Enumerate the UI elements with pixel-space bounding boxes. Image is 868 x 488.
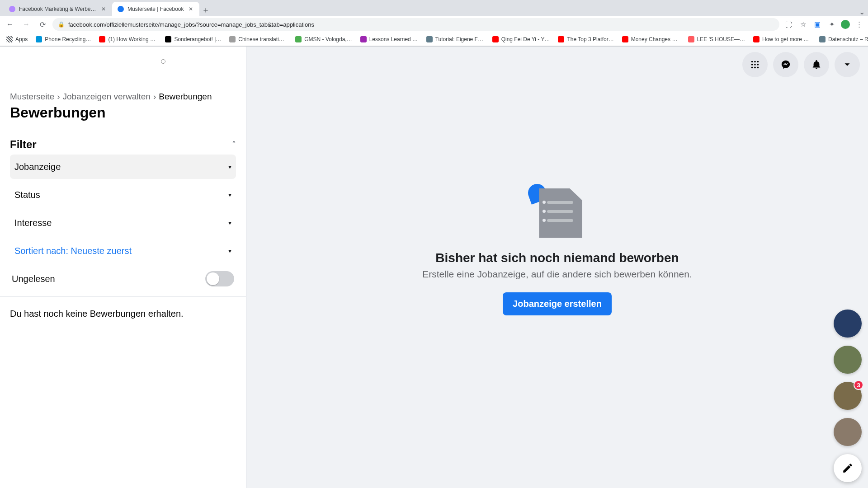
tab-title: Musterseite | Facebook <box>127 6 184 12</box>
bookmark-item[interactable]: GMSN - Vologda,… <box>292 35 354 43</box>
breadcrumb-sep: › <box>57 92 60 102</box>
browser-tab[interactable]: Musterseite | Facebook ✕ <box>112 2 199 16</box>
reload-button[interactable]: ⟳ <box>36 18 49 31</box>
sidebar: Musterseite › Jobanzeigen verwalten › Be… <box>0 47 246 488</box>
bookmark-item[interactable]: Lessons Learned f… <box>358 35 421 43</box>
messenger-icon <box>781 60 791 70</box>
url-text: facebook.com/offiziellemusterseite/manag… <box>68 21 314 28</box>
cursor-icon <box>161 59 165 64</box>
bookmark-item[interactable]: Sonderangebot! |… <box>162 35 224 43</box>
contact-bubble[interactable] <box>834 418 862 446</box>
filter-toggle[interactable]: Filter ˄ <box>10 138 236 151</box>
bookmark-item[interactable]: How to get more v… <box>750 35 814 43</box>
ungelesen-toggle[interactable] <box>205 271 234 286</box>
lock-icon: 🔒 <box>58 21 65 28</box>
breadcrumb: Musterseite › Jobanzeigen verwalten › Be… <box>10 92 236 102</box>
caret-down-icon: ▾ <box>228 163 231 170</box>
breadcrumb-item: Bewerbungen <box>159 92 212 102</box>
svg-point-1 <box>754 61 756 63</box>
menu-button[interactable] <box>742 52 768 77</box>
browser-tab[interactable]: Facebook Marketing & Werbea… ✕ <box>4 2 112 16</box>
svg-point-4 <box>754 64 756 66</box>
breadcrumb-item[interactable]: Musterseite <box>10 92 54 102</box>
profile-avatar[interactable] <box>841 20 850 29</box>
bookmark-item[interactable]: Tutorial: Eigene Fa… <box>424 35 487 43</box>
breadcrumb-sep: › <box>153 92 156 102</box>
chevron-up-icon: ˄ <box>232 140 236 150</box>
messenger-button[interactable] <box>773 52 798 77</box>
filter-sort[interactable]: Sortiert nach: Neueste zuerst ▾ <box>10 239 236 263</box>
caret-down-icon: ▾ <box>228 191 231 198</box>
tab-favicon <box>9 6 15 12</box>
document-icon <box>539 188 582 238</box>
back-button[interactable]: ← <box>4 18 16 31</box>
notifications-button[interactable] <box>804 52 829 77</box>
empty-subtitle: Erstelle eine Jobanzeige, auf die andere… <box>422 269 692 280</box>
bookmark-item[interactable]: (1) How Working a… <box>96 35 160 43</box>
contact-bubble[interactable] <box>834 346 862 374</box>
page-title: Bewerbungen <box>10 104 236 121</box>
svg-point-8 <box>757 67 759 69</box>
filter-status[interactable]: Status ▾ <box>10 183 236 207</box>
account-button[interactable] <box>835 52 860 77</box>
svg-point-2 <box>757 61 759 63</box>
svg-point-5 <box>757 64 759 66</box>
svg-point-3 <box>751 64 753 66</box>
contacts-rail: 3 <box>834 310 862 482</box>
caret-down-icon: ▾ <box>228 247 231 254</box>
tab-title: Facebook Marketing & Werbea… <box>19 6 97 12</box>
bookmark-item[interactable]: Phone Recycling… <box>33 35 94 43</box>
filter-label: Filter <box>10 138 37 151</box>
bookmark-item[interactable]: Datenschutz – Re… <box>816 35 868 43</box>
sidebar-empty-message: Du hast noch keine Bewerbungen erhalten. <box>10 309 236 319</box>
svg-point-7 <box>754 67 756 69</box>
grid-icon <box>750 60 760 70</box>
apps-icon <box>6 36 13 42</box>
bookmark-item[interactable]: Chinese translation… <box>226 35 290 43</box>
filter-interesse[interactable]: Interesse ▾ <box>10 211 236 235</box>
compose-icon <box>842 462 854 474</box>
close-icon[interactable]: ✕ <box>188 6 194 12</box>
bookmarks-bar: Apps Phone Recycling… (1) How Working a…… <box>0 33 868 46</box>
browser-chrome: Facebook Marketing & Werbea… ✕ Mustersei… <box>0 0 868 47</box>
create-job-button[interactable]: Jobanzeige erstellen <box>503 292 612 315</box>
caret-down-icon: ▾ <box>228 219 231 226</box>
svg-point-0 <box>751 61 753 63</box>
forward-button[interactable]: → <box>20 18 33 31</box>
svg-point-6 <box>751 67 753 69</box>
facebook-app: f Musterseite › Jobanzeigen verwalten › … <box>0 47 868 488</box>
tab-strip: Facebook Marketing & Werbea… ✕ Mustersei… <box>0 0 868 16</box>
contact-bubble[interactable]: 3 <box>834 382 862 410</box>
bookmark-item[interactable]: LEE 'S HOUSE—… <box>685 35 748 43</box>
bell-icon <box>811 60 821 70</box>
address-bar[interactable]: 🔒 facebook.com/offiziellemusterseite/man… <box>52 18 779 31</box>
star-icon[interactable]: ☆ <box>797 19 808 30</box>
divider <box>0 296 246 297</box>
kebab-icon[interactable]: ⋮ <box>854 19 864 30</box>
toggle-knob <box>207 272 219 285</box>
new-tab-button[interactable]: ＋ <box>199 4 212 16</box>
unread-badge: 3 <box>854 380 863 390</box>
breadcrumb-item[interactable]: Jobanzeigen verwalten <box>63 92 151 102</box>
apps-shortcut[interactable]: Apps <box>4 35 30 43</box>
compose-button[interactable] <box>834 454 862 482</box>
extensions-icon[interactable]: ✦ <box>826 19 837 30</box>
tab-favicon <box>118 6 124 12</box>
filter-jobanzeige[interactable]: Jobanzeige ▾ <box>10 155 236 179</box>
empty-state: Bisher hat sich noch niemand beworben Er… <box>422 184 692 315</box>
caret-down-icon <box>842 60 852 70</box>
empty-title: Bisher hat sich noch niemand beworben <box>435 251 679 265</box>
bookmark-item[interactable]: The Top 3 Platfor… <box>555 35 616 43</box>
empty-illustration <box>525 184 589 238</box>
filter-ungelesen: Ungelesen <box>10 271 236 286</box>
facebook-ext-icon[interactable]: ▣ <box>812 19 823 30</box>
bookmark-item[interactable]: Qing Fei De Yi - Y… <box>490 35 553 43</box>
contact-bubble[interactable] <box>834 310 862 338</box>
qr-icon[interactable]: ⛶ <box>783 19 794 30</box>
browser-toolbar: ← → ⟳ 🔒 facebook.com/offiziellemustersei… <box>0 16 868 33</box>
bookmark-item[interactable]: Money Changes E… <box>619 35 683 43</box>
main-content: Bisher hat sich noch niemand beworben Er… <box>246 47 868 488</box>
chevron-down-icon[interactable]: ⌄ <box>855 8 868 16</box>
close-icon[interactable]: ✕ <box>100 6 107 12</box>
